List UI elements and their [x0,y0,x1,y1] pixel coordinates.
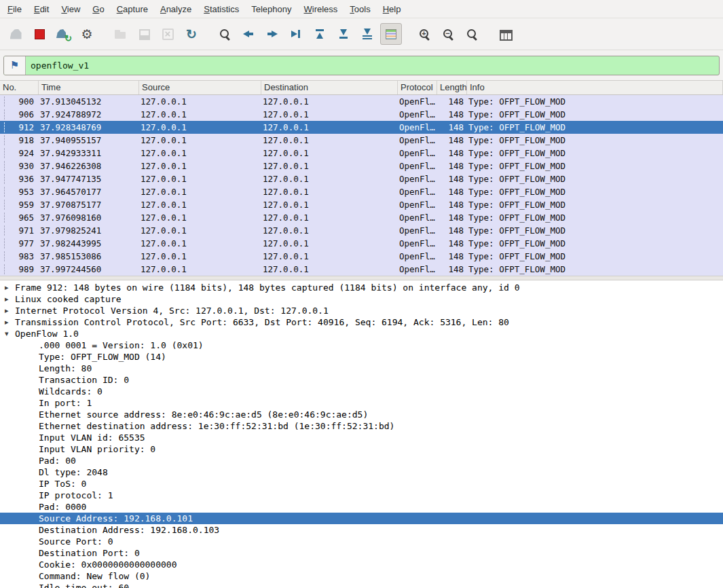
menu-file[interactable]: File [1,1,28,17]
detail-field-line[interactable]: IP ToS: 0 [0,478,723,490]
colorize-button[interactable] [380,23,402,45]
column-header-protocol[interactable]: Protocol [398,81,437,94]
detail-field-line[interactable]: Input VLAN priority: 0 [0,443,723,455]
open-file-button[interactable] [109,23,131,45]
detail-protocol-line[interactable]: ▾ OpenFlow 1.0 [0,328,723,339]
table-row[interactable]: 900 37.913045132 127.0.0.1 127.0.0.1 Ope… [0,95,723,108]
display-filter-input[interactable] [26,56,719,75]
column-header-length[interactable]: Length [437,81,467,94]
menu-analyze[interactable]: Analyze [154,1,198,17]
go-forward-button[interactable] [261,23,283,45]
save-file-button[interactable] [133,23,155,45]
detail-field-line[interactable]: .000 0001 = Version: 1.0 (0x01) [0,339,723,351]
detail-field-line[interactable]: Idle time-out: 60 [0,582,723,588]
column-header-info[interactable]: Info [467,81,723,94]
detail-field-line[interactable]: IP protocol: 1 [0,490,723,501]
cell-info: Type: OFPT_FLOW_MOD [467,211,723,224]
cell-no: 930 [10,160,39,172]
go-first-packet-button[interactable] [309,23,331,45]
detail-field-line[interactable]: Pad: 00 [0,455,723,466]
menu-statistics[interactable]: Statistics [198,1,245,17]
menu-telephony[interactable]: Telephony [245,1,297,17]
go-last-packet-button[interactable] [333,23,354,45]
table-row[interactable]: 971 37.979825241 127.0.0.1 127.0.0.1 Ope… [0,224,723,237]
go-to-packet-icon [289,27,303,41]
detail-field-line[interactable]: Ethernet source address: 8e:e0:46:9c:ae:… [0,409,723,420]
table-row[interactable]: 936 37.947747135 127.0.0.1 127.0.0.1 Ope… [0,172,723,185]
detail-field-line[interactable]: Source Address: 192.168.0.101 [0,513,723,524]
table-row[interactable]: 912 37.928348769 127.0.0.1 127.0.0.1 Ope… [0,121,723,134]
cell-info: Type: OFPT_FLOW_MOD [467,224,723,237]
go-back-button[interactable] [238,23,259,45]
auto-scroll-button[interactable] [356,23,378,45]
cell-time: 37.924788972 [39,108,139,121]
start-capture-button[interactable] [5,23,26,45]
detail-field-line[interactable]: Type: OFPT_FLOW_MOD (14) [0,351,723,363]
detail-field-line[interactable]: Source Port: 0 [0,536,723,547]
detail-text: Input VLAN priority: 0 [39,443,155,455]
restart-capture-button[interactable] [52,23,74,45]
detail-protocol-line[interactable]: ▸ Internet Protocol Version 4, Src: 127.… [0,305,723,316]
table-row[interactable]: 959 37.970875177 127.0.0.1 127.0.0.1 Ope… [0,198,723,211]
expander-icon[interactable]: ▸ [5,305,15,316]
detail-field-line[interactable]: Destination Address: 192.168.0.103 [0,524,723,536]
table-row[interactable]: 953 37.964570177 127.0.0.1 127.0.0.1 Ope… [0,185,723,198]
detail-field-line[interactable]: Ethernet destination address: 1e:30:ff:5… [0,420,723,432]
table-row[interactable]: 965 37.976098160 127.0.0.1 127.0.0.1 Ope… [0,211,723,224]
zoom-reset-button[interactable] [461,23,483,45]
resize-columns-button[interactable] [494,23,516,45]
table-row[interactable]: 906 37.924788972 127.0.0.1 127.0.0.1 Ope… [0,108,723,121]
related-packet-gutter [4,161,10,171]
table-row[interactable]: 924 37.942933311 127.0.0.1 127.0.0.1 Ope… [0,147,723,160]
expander-icon[interactable]: ▸ [5,293,15,305]
menu-go[interactable]: Go [86,1,110,17]
capture-options-button[interactable] [76,23,98,45]
zoom-in-button[interactable] [413,23,435,45]
detail-field-line[interactable]: Input VLAN id: 65535 [0,432,723,443]
table-row[interactable]: 918 37.940955157 127.0.0.1 127.0.0.1 Ope… [0,134,723,147]
filter-bookmark-button[interactable] [4,56,26,75]
open-file-icon [113,27,127,41]
column-header-destination[interactable]: Destination [261,81,398,94]
go-to-packet-button[interactable] [285,23,307,45]
detail-protocol-line[interactable]: ▸ Transmission Control Protocol, Src Por… [0,316,723,328]
detail-field-line[interactable]: Pad: 0000 [0,501,723,513]
table-row[interactable]: 930 37.946226308 127.0.0.1 127.0.0.1 Ope… [0,160,723,172]
detail-field-line[interactable]: Command: New flow (0) [0,570,723,582]
expander-icon[interactable]: ▸ [5,282,15,293]
menu-edit[interactable]: Edit [28,1,55,17]
detail-field-line[interactable]: In port: 1 [0,397,723,409]
detail-text: Internet Protocol Version 4, Src: 127.0.… [15,305,329,316]
related-packet-gutter [4,264,10,274]
detail-field-line[interactable]: Destination Port: 0 [0,547,723,559]
detail-field-line[interactable]: Wildcards: 0 [0,386,723,397]
main-toolbar [0,18,723,50]
pane-splitter[interactable] [0,276,723,280]
detail-protocol-line[interactable]: ▸ Linux cooked capture [0,293,723,305]
zoom-out-button[interactable] [437,23,459,45]
detail-field-line[interactable]: Transaction ID: 0 [0,374,723,386]
cell-no: 936 [10,172,39,185]
table-row[interactable]: 983 37.985153086 127.0.0.1 127.0.0.1 Ope… [0,250,723,263]
table-row[interactable]: 977 37.982443995 127.0.0.1 127.0.0.1 Ope… [0,237,723,250]
expander-icon[interactable]: ▸ [5,316,15,328]
expander-icon[interactable]: ▾ [5,328,15,339]
find-packet-button[interactable] [214,23,236,45]
detail-field-line[interactable]: Cookie: 0x0000000000000000 [0,559,723,570]
detail-field-line[interactable]: Dl type: 2048 [0,466,723,478]
menu-wireless[interactable]: Wireless [298,1,344,17]
close-file-button[interactable] [157,23,179,45]
menu-tools[interactable]: Tools [344,1,376,17]
menu-help[interactable]: Help [377,1,407,17]
column-header-time[interactable]: Time [39,81,139,94]
cell-protocol: OpenFlow [398,237,437,250]
detail-protocol-line[interactable]: ▸ Frame 912: 148 bytes on wire (1184 bit… [0,282,723,293]
table-row[interactable]: 989 37.997244560 127.0.0.1 127.0.0.1 Ope… [0,263,723,276]
menu-capture[interactable]: Capture [111,1,154,17]
detail-field-line[interactable]: Length: 80 [0,363,723,374]
stop-capture-button[interactable] [29,23,50,45]
column-header-no[interactable]: No. [0,81,39,94]
column-header-source[interactable]: Source [139,81,261,94]
reload-button[interactable] [181,23,202,45]
menu-view[interactable]: View [55,1,86,17]
